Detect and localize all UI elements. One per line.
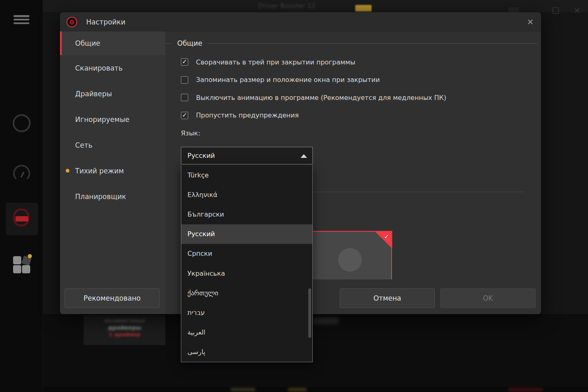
- nav-item-label: Игнорируемые: [75, 115, 129, 124]
- section-title: Общие: [177, 39, 202, 47]
- check-icon: ✓: [384, 233, 389, 240]
- nav-item-label: Планировщик: [75, 193, 126, 201]
- language-select-value: Русский: [187, 152, 215, 159]
- taskbar-strip: [43, 387, 588, 392]
- selected-corner-badge: [374, 231, 392, 249]
- language-option-serbian[interactable]: Српски: [181, 244, 312, 264]
- option-remember-window[interactable]: ✓ Запоминать размер и положение окна при…: [181, 74, 529, 86]
- driver-booster-logo-icon: ⚙: [67, 17, 77, 27]
- settings-nav: Общие Сканировать Драйверы Игнорируемые …: [60, 31, 165, 314]
- nav-item-label: Драйверы: [75, 90, 112, 98]
- chevron-up-icon: [301, 154, 307, 158]
- language-select[interactable]: Русский: [181, 147, 313, 164]
- toolbox-icon[interactable]: [13, 255, 31, 274]
- screen: Driver Booster 12 ✕ несовместимые драйве…: [0, 0, 588, 392]
- nav-item-label: Общие: [75, 39, 100, 47]
- app-titlebar: Driver Booster 12 ✕: [43, 0, 588, 12]
- nav-item-ignored[interactable]: Игнорируемые: [60, 106, 165, 132]
- button-label: Рекомендовано: [84, 294, 141, 302]
- language-dropdown-list: Türkçe Ελληνικά Български Русский Српски…: [181, 165, 313, 362]
- nav-item-network[interactable]: Сеть: [60, 132, 165, 158]
- nav-item-scan[interactable]: Сканировать: [60, 55, 165, 81]
- button-label: Отмена: [373, 294, 401, 302]
- taskbar-blob: [288, 388, 307, 391]
- taskbar-blob: [508, 388, 543, 391]
- background-lower-area: несовместимые драйверы 1 драйвер: [43, 314, 588, 392]
- nav-item-drivers[interactable]: Драйверы: [60, 81, 165, 106]
- language-option-ukrainian[interactable]: Українська: [181, 264, 312, 283]
- scan-icon[interactable]: [13, 114, 31, 132]
- app-title: Driver Booster 12: [258, 2, 316, 10]
- nav-item-label: Тихий режим: [75, 167, 124, 175]
- maximize-icon[interactable]: [552, 7, 559, 14]
- app-sidebar: [0, 0, 43, 392]
- toolbox-square: [13, 265, 21, 273]
- section-header: Общие: [165, 39, 538, 48]
- checkbox-icon[interactable]: ✓: [181, 94, 188, 101]
- language-option-turkce[interactable]: Türkçe: [181, 165, 312, 185]
- options-list: ✓ Сворачивать в трей при закрытии програ…: [181, 56, 529, 127]
- recommended-button[interactable]: Рекомендовано: [65, 288, 160, 308]
- checkbox-icon[interactable]: ✓: [181, 76, 188, 84]
- driver-tool-selected-tile[interactable]: [6, 203, 38, 235]
- orange-dot-icon: [66, 169, 69, 173]
- button-label: OK: [483, 294, 493, 302]
- blurred-text: несовместимые: [84, 318, 165, 323]
- theme-preview-circle: [338, 248, 362, 272]
- scrollbar-thumb[interactable]: [308, 288, 311, 338]
- option-label: Выключить анимацию в программе (Рекоменд…: [196, 94, 446, 102]
- dialog-title: Настройки: [86, 18, 125, 26]
- language-option-arabic[interactable]: العربية: [181, 323, 312, 342]
- close-icon[interactable]: ✕: [527, 17, 534, 27]
- nav-item-scheduler[interactable]: Планировщик: [60, 184, 165, 209]
- nav-item-general[interactable]: Общие: [60, 31, 165, 55]
- checkbox-icon[interactable]: ✓: [181, 58, 188, 66]
- blurred-text: 1 драйвер: [84, 331, 165, 337]
- section-dash: [165, 43, 172, 44]
- nav-item-label: Сеть: [75, 141, 92, 149]
- language-option-farsi[interactable]: پارسی: [181, 342, 312, 362]
- option-disable-animation[interactable]: ✓ Выключить анимацию в программе (Рекоме…: [181, 91, 529, 104]
- blurred-text: драйверы: [84, 324, 165, 331]
- language-option-georgian[interactable]: ქართული: [181, 283, 312, 303]
- language-option-russian-selected[interactable]: Русский: [181, 224, 312, 244]
- checkbox-icon[interactable]: ✓: [181, 112, 188, 119]
- menu-icon[interactable]: [13, 15, 29, 24]
- incompatible-drivers-card: несовместимые драйверы 1 драйвер: [84, 315, 165, 345]
- option-label: Пропустить предупреждения: [196, 111, 299, 119]
- pro-badge: [355, 5, 372, 11]
- ok-button-disabled[interactable]: OK: [440, 288, 536, 308]
- blurred-label: [312, 317, 339, 324]
- notification-dot: [28, 254, 32, 258]
- option-label: Сворачивать в трей при закрытии программ…: [196, 58, 355, 66]
- window-close-icon[interactable]: ✕: [574, 7, 581, 14]
- language-option-greek[interactable]: Ελληνικά: [181, 185, 312, 204]
- language-label: Язык:: [181, 129, 200, 137]
- toolbox-square: [22, 265, 30, 273]
- toolbox-square: [13, 256, 21, 264]
- cancel-button[interactable]: Отмена: [340, 288, 435, 308]
- driver-tool-icon-bar: [16, 216, 28, 221]
- section-line: [208, 43, 538, 44]
- language-option-hebrew[interactable]: עברית: [181, 303, 312, 322]
- option-skip-warnings[interactable]: ✓ Пропустить предупреждения: [181, 109, 529, 122]
- option-minimize-to-tray[interactable]: ✓ Сворачивать в трей при закрытии програ…: [181, 56, 529, 68]
- nav-item-silent-mode[interactable]: Тихий режим: [60, 158, 165, 184]
- dialog-titlebar: ⚙ Настройки ✕: [60, 12, 541, 31]
- option-label: Запоминать размер и положение окна при з…: [196, 76, 380, 84]
- boost-gauge-icon[interactable]: [13, 165, 30, 182]
- language-option-bulgarian[interactable]: Български: [181, 204, 312, 224]
- nav-item-label: Сканировать: [75, 64, 122, 72]
- taskbar-blob: [231, 388, 255, 391]
